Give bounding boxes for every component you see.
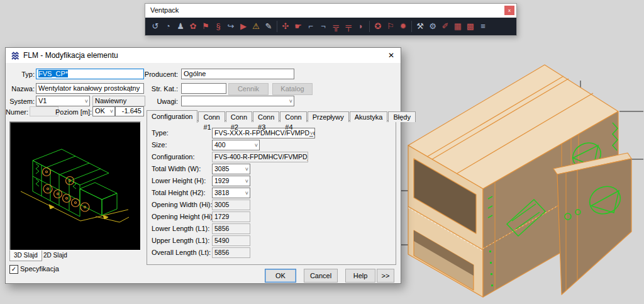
fan-flame-icon[interactable]: ✿ bbox=[187, 20, 199, 33]
transition-icon[interactable]: ◗ bbox=[355, 20, 367, 33]
str-kat-label: Str. Kat.: bbox=[143, 85, 178, 93]
dialog-titlebar[interactable]: FLM - Modyfikacja elementu ✕ bbox=[6, 48, 401, 63]
poziom-value-input[interactable]: -1.645 bbox=[115, 106, 144, 116]
specyfikacja-checkbox[interactable]: ✓ bbox=[9, 265, 18, 274]
config-field-upper-length-l1: 5490 bbox=[212, 235, 250, 246]
duct-curve-icon[interactable]: ↪ bbox=[225, 20, 237, 33]
config-label-total-height-h2: Total Height (H2): bbox=[152, 189, 206, 196]
close-icon[interactable]: ✕ bbox=[382, 48, 401, 63]
config-combo-total-width-w[interactable]: 3085˅ bbox=[212, 164, 250, 174]
config-row: Size:400˅ bbox=[152, 140, 392, 150]
elbow-right-icon[interactable]: ¬ bbox=[317, 20, 330, 33]
warning-box-icon[interactable]: ⚠ bbox=[250, 20, 262, 33]
user-icon[interactable]: ♟ bbox=[174, 20, 187, 33]
config-label-upper-length-l1: Upper Length (L1): bbox=[152, 237, 209, 244]
producent-input[interactable]: Ogólne bbox=[181, 69, 294, 79]
elbow-left-icon[interactable]: ⌐ bbox=[304, 20, 317, 33]
reducer-icon[interactable]: ╤ bbox=[342, 20, 355, 33]
config-field-configuration: FVS-400-R-FPDMHCV/FVMPD_cd bbox=[212, 152, 308, 162]
config-row: Total Height (H2):3818˅ bbox=[152, 188, 392, 198]
config-row: Total Width (W):3085˅ bbox=[152, 164, 392, 174]
config-rows: Type:FVS-XXX-R-FPDMHCV/FVMPD_cd˅Size:400… bbox=[152, 128, 392, 259]
list-icon[interactable]: ≡ bbox=[477, 20, 489, 33]
desktop: Ventpack x ↺◔♟✿⚑§↪▶⚠✎✣☛⌐¬╦╤◗✪⚐✹⚒⚙✐▦▩≡ FL… bbox=[0, 0, 644, 304]
uwagi-combo[interactable]: ˅ bbox=[181, 96, 294, 106]
hand-tool-icon[interactable]: ☛ bbox=[292, 20, 304, 33]
grid-dense-icon[interactable]: ▩ bbox=[464, 20, 477, 33]
cancel-button[interactable]: Cancel bbox=[304, 269, 338, 283]
config-row: Opening Height (Hi):1729 bbox=[152, 211, 392, 222]
tab-conn-4[interactable]: Conn #4 bbox=[280, 111, 306, 122]
flag-icon[interactable]: ⚑ bbox=[199, 20, 212, 33]
config-label-opening-width-hi: Opening Width (Hi): bbox=[152, 201, 213, 208]
config-combo-size[interactable]: 400˅ bbox=[212, 140, 260, 150]
chevron-down-icon: ˅ bbox=[245, 165, 248, 174]
chevron-down-icon: ˅ bbox=[310, 129, 313, 138]
str-kat-input[interactable] bbox=[181, 83, 226, 94]
config-combo-total-height-h2[interactable]: 3818˅ bbox=[212, 188, 250, 198]
help-button[interactable]: Help bbox=[345, 269, 375, 283]
more-button[interactable]: >> bbox=[377, 269, 394, 283]
ventpack-titlebar[interactable]: Ventpack x bbox=[145, 4, 516, 18]
poziom-status-combo[interactable]: OK˅ bbox=[92, 106, 115, 116]
config-label-lower-height-h: Lower Height (H): bbox=[152, 177, 206, 184]
tab-akustyka[interactable]: Akustyka bbox=[350, 111, 388, 122]
uwagi-label: Uwagi: bbox=[143, 98, 178, 105]
close-icon[interactable]: x bbox=[504, 6, 514, 15]
config-row: Opening Width (Hi):3005 bbox=[152, 200, 392, 210]
tab-conn-2[interactable]: Conn #2 bbox=[226, 111, 252, 122]
config-row: Overall Length (Lt):5856 bbox=[152, 247, 392, 257]
tab-configuration[interactable]: Configuration bbox=[147, 110, 197, 123]
chevron-down-icon: ˅ bbox=[110, 108, 113, 116]
preview-tab-3d-slajd[interactable]: 3D Slajd bbox=[9, 251, 42, 261]
swirl-icon[interactable]: ↺ bbox=[149, 20, 162, 33]
config-row: Lower Length (L1):5856 bbox=[152, 223, 392, 234]
config-label-configuration: Configuration: bbox=[152, 153, 195, 160]
grid-red-icon[interactable]: ▦ bbox=[452, 20, 464, 33]
edit-spark-icon[interactable]: ✐ bbox=[439, 20, 452, 33]
poziom-label: Poziom [m]: bbox=[55, 108, 89, 116]
ventpack-title: Ventpack bbox=[150, 6, 179, 14]
preview-3d-panel[interactable] bbox=[9, 121, 141, 251]
spiral-coil-icon[interactable]: ✹ bbox=[397, 20, 409, 33]
tab-strip: ConfigurationConn #1Conn #2Conn #3Conn #… bbox=[147, 110, 416, 122]
dialog-title: FLM - Modyfikacja elementu bbox=[23, 51, 118, 60]
specyfikacja-label: Specyfikacja bbox=[20, 265, 59, 273]
config-row: Type:FVS-XXX-R-FPDMHCV/FVMPD_cd˅ bbox=[152, 128, 392, 138]
wrench-icon[interactable]: ⚒ bbox=[414, 20, 426, 33]
chevron-down-icon: ˅ bbox=[289, 97, 292, 106]
fan-grid-icon[interactable]: ✣ bbox=[279, 20, 292, 33]
nazwa-input[interactable]: Wentylator kanałowy prostokątny bbox=[36, 83, 144, 94]
preview-tab-2d-slajd[interactable]: 2D Slajd bbox=[40, 251, 71, 261]
play-door-icon[interactable]: ▶ bbox=[237, 20, 250, 33]
fan-flag-icon[interactable]: ⚐ bbox=[384, 20, 397, 33]
ok-button[interactable]: OK bbox=[265, 269, 296, 283]
config-combo-lower-height-h[interactable]: 1929˅ bbox=[212, 176, 250, 186]
system-combo[interactable]: V1˅ bbox=[36, 96, 90, 106]
orbit-icon[interactable]: ◔ bbox=[162, 20, 174, 33]
config-label-total-width-w: Total Width (W): bbox=[152, 165, 201, 172]
radial-fan-icon[interactable]: ✪ bbox=[372, 20, 384, 33]
numer-input bbox=[30, 106, 58, 116]
section-icon[interactable]: § bbox=[212, 20, 225, 33]
tab-conn-1[interactable]: Conn #1 bbox=[198, 111, 225, 122]
config-field-opening-width-hi: 3005 bbox=[212, 200, 250, 210]
config-row: Lower Height (H):1929˅ bbox=[152, 176, 392, 186]
tab-przep-ywy[interactable]: Przepływy bbox=[308, 111, 349, 122]
model-viewport[interactable] bbox=[377, 35, 644, 304]
toolbar-separator bbox=[411, 21, 412, 32]
tab-conn-3[interactable]: Conn #3 bbox=[253, 111, 279, 122]
tab-b-dy[interactable]: Błędy bbox=[388, 111, 416, 122]
typ-label: Typ: bbox=[8, 70, 35, 78]
typ-input[interactable]: FVS_CP* bbox=[36, 69, 144, 79]
nazwa-label: Nazwa: bbox=[8, 85, 35, 93]
toolbar-icons: ↺◔♟✿⚑§↪▶⚠✎✣☛⌐¬╦╤◗✪⚐✹⚒⚙✐▦▩≡ bbox=[145, 18, 516, 35]
document-edit-icon[interactable]: ✎ bbox=[262, 20, 275, 33]
katalog-button: Katalog bbox=[272, 83, 313, 95]
branch-icon[interactable]: ╦ bbox=[330, 20, 342, 33]
config-label-type: Type: bbox=[152, 129, 169, 137]
settings-icon[interactable]: ⚙ bbox=[426, 20, 439, 33]
chevron-down-icon: ˅ bbox=[255, 141, 258, 150]
chevron-down-icon: ˅ bbox=[85, 97, 88, 106]
producent-label: Producent: bbox=[143, 70, 178, 78]
